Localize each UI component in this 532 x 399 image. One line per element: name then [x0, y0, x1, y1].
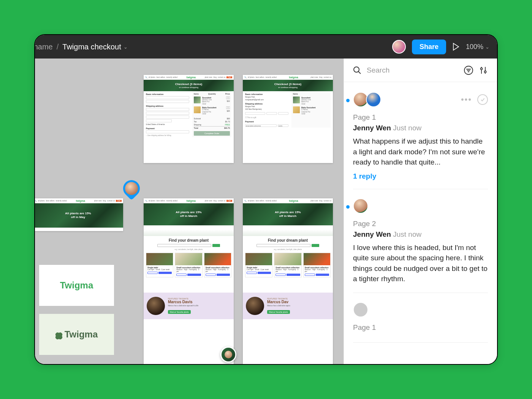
chevron-down-icon: ⌄ [485, 44, 489, 50]
svg-line-1 [359, 71, 361, 74]
collaborator-cursor [220, 347, 236, 363]
comment-message: What happens if we adjust this to handle… [353, 136, 488, 168]
comment-thread[interactable]: Page 1 [353, 300, 488, 343]
comment-pin[interactable] [123, 180, 142, 199]
comment-message: I love where this is headed, but I'm not… [353, 242, 488, 284]
design-canvas[interactable]: 🔍all plantsbest sellersrecently added tw… [35, 59, 344, 364]
avatar [353, 198, 368, 214]
artboard-checkout-2[interactable]: 🔍all plantsbest sellersrecently added tw… [243, 75, 333, 163]
comment-page-ref: Page 2 [353, 220, 488, 228]
comment-page-ref: Page 1 [353, 323, 488, 332]
app-window: ject name / Twigma checkout ⌄ Share 100%… [34, 34, 498, 365]
comment-thread[interactable]: Page 2Jenny Wen Just nowI love where thi… [353, 196, 488, 293]
comments-panel: •••Page 1Jenny Wen Just nowWhat happens … [344, 59, 497, 364]
zoom-value: 100% [466, 43, 483, 51]
user-avatar[interactable] [392, 40, 406, 54]
avatar [366, 92, 381, 107]
search-input[interactable] [367, 66, 458, 74]
logo-text: Twigma [65, 329, 98, 339]
artboard-logo-light[interactable]: Twigma [39, 265, 114, 306]
artboard-logo-tinted[interactable]: Twigma [39, 314, 114, 355]
unread-indicator [346, 99, 350, 102]
brand-logo: twigma [289, 76, 298, 79]
share-button[interactable]: Share [412, 40, 446, 54]
resolve-button[interactable] [477, 94, 488, 105]
breadcrumb-current[interactable]: Twigma checkout ⌄ [62, 43, 128, 51]
breadcrumb-current-label: Twigma checkout [62, 43, 121, 51]
play-icon[interactable] [452, 43, 460, 51]
comment-byline: Jenny Wen Just now [353, 230, 488, 239]
comment-thread[interactable]: •••Page 1Jenny Wen Just nowWhat happens … [353, 90, 488, 189]
sliders-icon[interactable] [479, 66, 488, 75]
comment-byline: Jenny Wen Just now [353, 124, 488, 132]
svg-point-9 [484, 71, 486, 73]
comment-replies-link[interactable]: 1 reply [353, 172, 488, 180]
breadcrumb-parent[interactable]: ject name [34, 43, 53, 51]
artboard-landing-may[interactable]: 🔍all plantsbest sellersrecently added tw… [35, 198, 123, 231]
artboard-landing-march-2[interactable]: 🔍all plantsbest sellersrecently added tw… [243, 198, 333, 364]
svg-point-7 [481, 68, 483, 70]
toolbar: ject name / Twigma checkout ⌄ Share 100%… [35, 35, 497, 59]
logo-mark-icon [55, 332, 62, 339]
brand-logo: twigma [187, 76, 196, 79]
toolbar-actions: Share 100% ⌄ [392, 40, 489, 54]
more-icon[interactable]: ••• [461, 95, 472, 104]
comment-page-ref: Page 1 [353, 113, 488, 122]
breadcrumb[interactable]: ject name / Twigma checkout ⌄ [34, 43, 128, 51]
logo-text: Twigma [60, 280, 93, 291]
artboard-landing-march-1[interactable]: 🔍all plantsbest sellersrecently added tw… [144, 198, 234, 364]
chevron-down-icon[interactable]: ⌄ [124, 44, 128, 50]
unread-indicator [346, 205, 350, 209]
zoom-control[interactable]: 100% ⌄ [466, 43, 489, 51]
search-icon [353, 66, 361, 74]
artboard-checkout-1[interactable]: 🔍all plantsbest sellersrecently added tw… [144, 75, 234, 163]
panel-search-bar [344, 59, 497, 82]
breadcrumb-separator: / [57, 43, 59, 51]
svg-point-0 [354, 67, 359, 72]
comments-list: •••Page 1Jenny Wen Just nowWhat happens … [344, 82, 497, 364]
avatar [353, 302, 368, 317]
filter-icon[interactable] [464, 65, 473, 75]
